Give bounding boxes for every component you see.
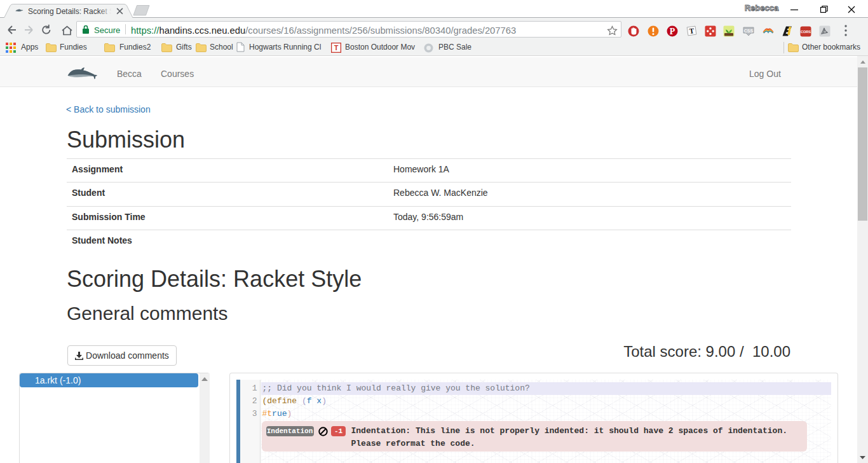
svg-text:P: P: [669, 27, 675, 36]
svg-text:CSS: CSS: [743, 29, 753, 33]
svg-text:CORS: CORS: [800, 30, 810, 34]
svg-text:T: T: [334, 44, 339, 52]
